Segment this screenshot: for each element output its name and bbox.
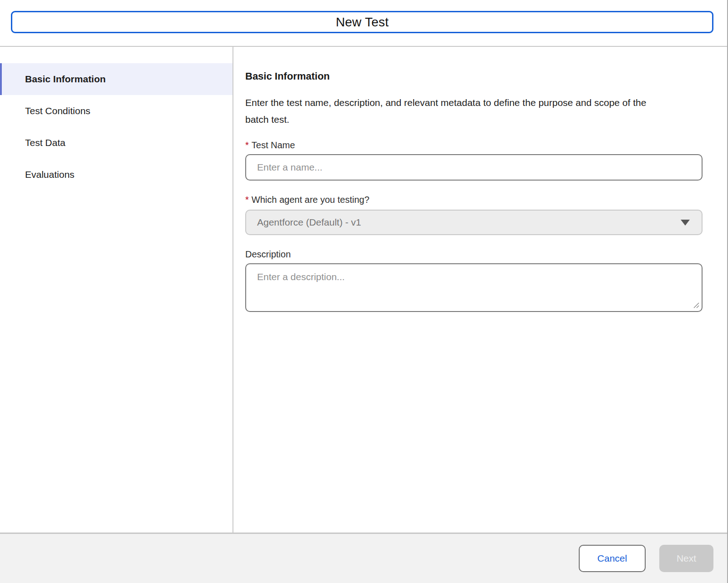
sidebar-item-test-data[interactable]: Test Data bbox=[0, 127, 233, 159]
test-name-label-text: Test Name bbox=[252, 140, 295, 151]
agent-label-text: Which agent are you testing? bbox=[252, 194, 369, 205]
agent-select[interactable]: Agentforce (Default) - v1 bbox=[245, 210, 703, 235]
test-name-label: * Test Name bbox=[245, 140, 703, 151]
next-button[interactable]: Next bbox=[659, 545, 713, 572]
modal-title: New Test bbox=[336, 15, 389, 30]
sidebar-item-evaluations[interactable]: Evaluations bbox=[0, 159, 233, 191]
description-textarea[interactable] bbox=[245, 263, 703, 312]
section-description: Enter the test name, description, and re… bbox=[245, 94, 659, 128]
modal-title-focus-ring: New Test bbox=[11, 11, 713, 33]
sidebar-item-label: Evaluations bbox=[25, 169, 75, 180]
agent-select-value: Agentforce (Default) - v1 bbox=[257, 217, 361, 228]
modal-body: Basic Information Test Conditions Test D… bbox=[0, 47, 727, 533]
dropdown-arrow-icon bbox=[681, 220, 690, 226]
sidebar-item-label: Test Data bbox=[25, 137, 66, 148]
description-label: Description bbox=[245, 249, 703, 260]
steps-sidebar: Basic Information Test Conditions Test D… bbox=[0, 47, 233, 533]
test-name-input[interactable] bbox=[245, 154, 703, 181]
sidebar-item-test-conditions[interactable]: Test Conditions bbox=[0, 95, 233, 127]
modal-header: New Test bbox=[0, 0, 727, 47]
required-asterisk: * bbox=[245, 140, 249, 151]
basic-information-panel: Basic Information Enter the test name, d… bbox=[233, 47, 727, 533]
sidebar-item-basic-information[interactable]: Basic Information bbox=[0, 63, 233, 95]
required-asterisk: * bbox=[245, 194, 249, 205]
new-test-modal: New Test Basic Information Test Conditio… bbox=[0, 0, 728, 583]
section-heading: Basic Information bbox=[245, 70, 703, 82]
description-label-text: Description bbox=[245, 249, 291, 260]
agent-label: * Which agent are you testing? bbox=[245, 194, 703, 205]
sidebar-item-label: Basic Information bbox=[25, 74, 106, 85]
sidebar-item-label: Test Conditions bbox=[25, 106, 91, 116]
modal-footer: Cancel Next bbox=[0, 533, 727, 583]
description-field-wrap bbox=[245, 263, 703, 312]
cancel-button[interactable]: Cancel bbox=[579, 545, 646, 572]
